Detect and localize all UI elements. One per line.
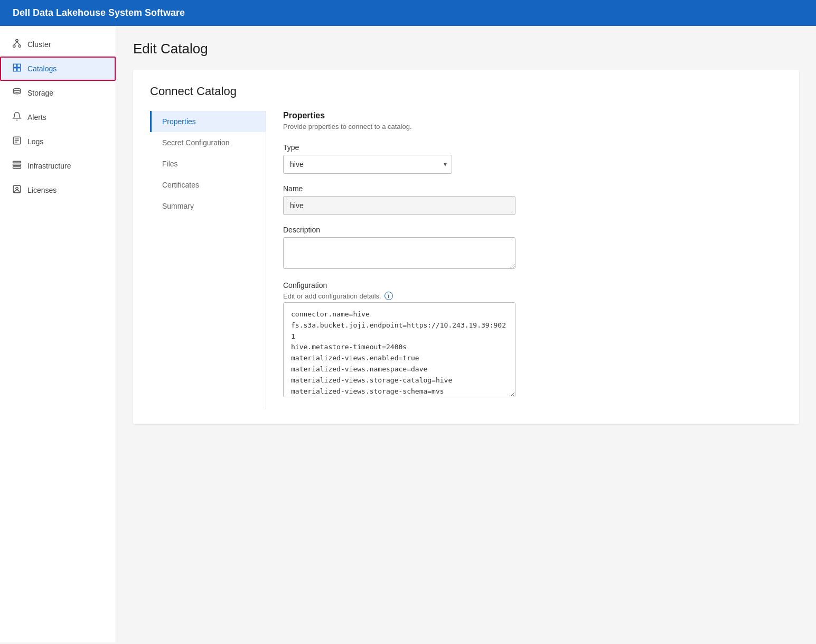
svg-rect-7 bbox=[13, 68, 16, 71]
wizard-nav-secret-config[interactable]: Secret Configuration bbox=[150, 132, 266, 153]
wizard-nav-summary[interactable]: Summary bbox=[150, 195, 266, 217]
config-label-row: Configuration bbox=[283, 281, 765, 290]
name-form-group: Name bbox=[283, 184, 765, 215]
configuration-form-group: Configuration Edit or add configuration … bbox=[283, 281, 765, 399]
page-title: Edit Catalog bbox=[133, 41, 799, 57]
svg-line-3 bbox=[14, 42, 17, 45]
svg-rect-8 bbox=[17, 68, 21, 71]
sidebar-item-logs[interactable]: Logs bbox=[0, 129, 116, 154]
sidebar-item-infrastructure[interactable]: Infrastructure bbox=[0, 154, 116, 178]
form-area: Properties Provide properties to connect… bbox=[266, 111, 782, 409]
sidebar-item-licenses-label: Licenses bbox=[27, 186, 57, 194]
wizard-nav: Properties Secret Configuration Files Ce… bbox=[150, 111, 266, 409]
sidebar-item-catalogs-label: Catalogs bbox=[27, 64, 57, 73]
wizard-nav-properties[interactable]: Properties bbox=[150, 111, 266, 132]
wizard-nav-secret-config-label: Secret Configuration bbox=[162, 138, 230, 147]
type-select[interactable]: hive iceberg delta bbox=[283, 155, 452, 174]
sidebar-item-cluster[interactable]: Cluster bbox=[0, 32, 116, 57]
svg-point-2 bbox=[18, 45, 21, 48]
name-label: Name bbox=[283, 184, 765, 193]
form-section-title: Properties bbox=[283, 111, 765, 120]
form-section-subtitle: Provide properties to connect to a catal… bbox=[283, 123, 765, 130]
svg-point-18 bbox=[16, 187, 18, 190]
sidebar: Cluster Catalogs Storage bbox=[0, 26, 116, 642]
description-textarea[interactable] bbox=[283, 237, 515, 269]
svg-point-1 bbox=[13, 45, 16, 48]
type-select-wrapper: hive iceberg delta ▾ bbox=[283, 155, 452, 174]
configuration-subtitle: Edit or add configuration details. bbox=[283, 292, 381, 300]
svg-line-4 bbox=[17, 42, 20, 45]
svg-point-0 bbox=[16, 40, 18, 42]
name-input[interactable] bbox=[283, 196, 515, 215]
wizard-nav-properties-label: Properties bbox=[162, 117, 196, 126]
wizard-nav-files[interactable]: Files bbox=[150, 153, 266, 174]
configuration-textarea[interactable]: connector.name=hive fs.s3a.bucket.joji.e… bbox=[283, 302, 515, 397]
sidebar-item-alerts[interactable]: Alerts bbox=[0, 105, 116, 129]
logs-icon bbox=[12, 136, 22, 147]
sidebar-item-infrastructure-label: Infrastructure bbox=[27, 162, 71, 170]
sidebar-item-alerts-label: Alerts bbox=[27, 113, 46, 122]
description-label: Description bbox=[283, 226, 765, 234]
svg-rect-15 bbox=[13, 164, 21, 166]
catalogs-icon bbox=[12, 63, 22, 74]
wizard-nav-certificates[interactable]: Certificates bbox=[150, 174, 266, 195]
wizard-nav-certificates-label: Certificates bbox=[162, 181, 199, 189]
sidebar-item-licenses[interactable]: Licenses bbox=[0, 178, 116, 202]
wizard-nav-files-label: Files bbox=[162, 160, 178, 168]
info-icon[interactable]: i bbox=[384, 292, 393, 300]
config-subtitle-row: Edit or add configuration details. i bbox=[283, 292, 765, 300]
sidebar-item-catalogs[interactable]: Catalogs bbox=[0, 57, 116, 81]
sidebar-item-cluster-label: Cluster bbox=[27, 40, 51, 49]
cluster-icon bbox=[12, 39, 22, 50]
storage-icon bbox=[12, 87, 22, 99]
svg-point-9 bbox=[13, 88, 21, 91]
configuration-label: Configuration bbox=[283, 281, 327, 290]
description-form-group: Description bbox=[283, 226, 765, 270]
app-title: Dell Data Lakehouse System Software bbox=[13, 7, 185, 18]
edit-catalog-card: Connect Catalog Properties Secret Config… bbox=[133, 70, 799, 424]
type-form-group: Type hive iceberg delta ▾ bbox=[283, 143, 765, 174]
alerts-icon bbox=[12, 111, 22, 123]
main-layout: Cluster Catalogs Storage bbox=[0, 26, 816, 642]
app-header: Dell Data Lakehouse System Software bbox=[0, 0, 816, 26]
svg-rect-6 bbox=[17, 64, 21, 67]
wizard-nav-summary-label: Summary bbox=[162, 202, 194, 210]
type-label: Type bbox=[283, 143, 765, 152]
main-content: Edit Catalog Connect Catalog Properties … bbox=[116, 26, 816, 642]
svg-rect-5 bbox=[13, 64, 16, 67]
infrastructure-icon bbox=[12, 160, 22, 172]
card-title: Connect Catalog bbox=[150, 85, 782, 98]
licenses-icon bbox=[12, 184, 22, 196]
sidebar-item-logs-label: Logs bbox=[27, 137, 43, 146]
sidebar-item-storage[interactable]: Storage bbox=[0, 81, 116, 105]
svg-rect-16 bbox=[13, 167, 21, 169]
sidebar-item-storage-label: Storage bbox=[27, 89, 53, 97]
svg-rect-14 bbox=[13, 161, 21, 163]
card-content: Properties Secret Configuration Files Ce… bbox=[150, 111, 782, 409]
